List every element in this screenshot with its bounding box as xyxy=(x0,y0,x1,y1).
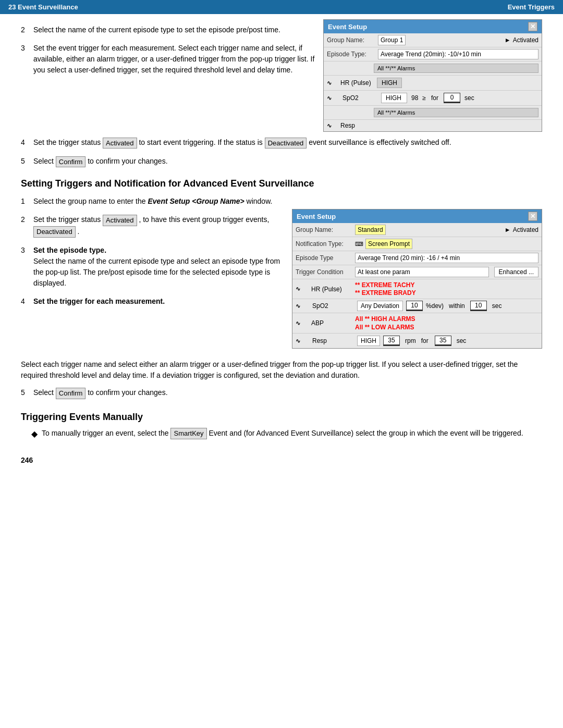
modal-b-episode-row: Episode Type Average Trend (20 min): -16… xyxy=(292,251,542,265)
modal-top-episode-value[interactable]: Average Trend (20min): -10/+10 min xyxy=(378,49,538,59)
step-4-deactivated-btn[interactable]: Deactivated xyxy=(265,138,307,149)
step-5-number: 5 xyxy=(21,156,33,167)
modal-b-resp-row: ∿ Resp HIGH 35 rpm for 35 sec xyxy=(292,334,542,348)
page-content: Event Setup ✕ Group Name: Group 1 ► Acti… xyxy=(0,14,563,480)
adv-step-2-number: 2 xyxy=(21,214,33,237)
bullet-text-2: Event xyxy=(209,429,227,437)
modal-b-deviation-sec-input[interactable]: 10 xyxy=(470,301,487,311)
modal-b-arrow-icon: ► xyxy=(505,226,511,233)
adv-step-1-text: Select the group name to enter the Event… xyxy=(33,196,542,207)
step-3-number: 3 xyxy=(21,43,33,76)
spo2-value: 98 xyxy=(411,94,418,102)
adv-step-3-text: Set the episode type. Select the name of… xyxy=(33,245,287,289)
modal-b-notification-row: Notification Type: ⌨ Screen Prompt xyxy=(292,237,542,251)
sub-heading-triggering: Triggering Events Manually xyxy=(21,412,542,423)
step-2-number: 2 xyxy=(21,24,33,35)
modal-b-notification-value[interactable]: Screen Prompt xyxy=(365,239,412,249)
adv-step-2-item: 2 Set the trigger status Activated , to … xyxy=(21,214,287,237)
spo2-unit: ≥ xyxy=(422,94,426,102)
adv-step-3-item: 3 Set the episode type. Select the name … xyxy=(21,245,287,289)
modal-b-abp-waveform-icon: ∿ xyxy=(296,320,307,327)
modal-top-spo2-high[interactable]: HIGH xyxy=(381,93,407,103)
step-4-text-before: Set the trigger status xyxy=(33,138,101,146)
modal-top-close-button[interactable]: ✕ xyxy=(528,22,537,31)
header-left: 23 Event Surveillance xyxy=(8,3,78,11)
adv-step-4-number: 4 xyxy=(21,296,33,307)
smartkey-btn[interactable]: SmartKey xyxy=(170,428,206,439)
spo2-for-label: for xyxy=(431,94,438,102)
modal-b-deviation-unit: %dev) xyxy=(426,302,444,310)
modal-top-spo2-input[interactable]: 0 xyxy=(444,93,460,103)
modal-top-resp-label: Resp xyxy=(340,122,355,129)
modal-b-enhanced-btn[interactable]: Enhanced ... xyxy=(494,267,538,277)
step-2-text: Select the name of the current episode t… xyxy=(33,24,318,35)
notification-icon: ⌨ xyxy=(355,241,363,248)
adv-step-5-end: to confirm your changes. xyxy=(88,388,167,397)
modal-top-spo2-label: SpO2 xyxy=(342,94,379,102)
modal-top-alarms-bar[interactable]: All **/** Alarms xyxy=(374,64,538,73)
modal-b-group-value[interactable]: Standard xyxy=(355,225,386,235)
modal-b-trigger-value[interactable]: At least one param xyxy=(355,267,489,277)
modal-top-group-value[interactable]: Group 1 xyxy=(378,35,406,45)
adv-step-4-item: 4 Set the trigger for each measurement. xyxy=(21,296,287,307)
bullet-diamond-icon: ◆ xyxy=(31,428,42,440)
modal-b-resp-value[interactable]: HIGH xyxy=(357,336,380,346)
top-section: Event Setup ✕ Group Name: Group 1 ► Acti… xyxy=(21,24,542,137)
bullet-list: ◆ To manually trigger an event, select t… xyxy=(31,428,542,440)
arrow-right-icon: ► xyxy=(505,36,511,44)
adv-step-5-item: 5 Select Confirm to confirm your changes… xyxy=(21,387,542,399)
modal-b-deviation-label[interactable]: Any Deviation xyxy=(357,301,403,311)
modal-b-episode-label: Episode Type xyxy=(296,254,353,262)
modal-b-resp-threshold-input[interactable]: 35 xyxy=(383,336,400,346)
modal-bottom-close-button[interactable]: ✕ xyxy=(528,212,537,221)
resp-waveform-icon: ∿ xyxy=(327,122,338,129)
modal-top-group-row: Group Name: Group 1 ► Activated xyxy=(324,33,542,47)
modal-top-activated-label[interactable]: Activated xyxy=(513,36,538,44)
modal-b-group-row: Group Name: Standard ► Activated xyxy=(292,223,542,237)
adv-step-4-continued: Select each trigger name and select eith… xyxy=(21,359,542,399)
spo2-waveform-icon: ∿ xyxy=(327,95,338,102)
bullet-item-1-text: To manually trigger an event, select the… xyxy=(42,428,523,440)
bullet-text-1: To manually trigger an event, select the xyxy=(42,429,169,437)
adv-step-5-text: Select Confirm to confirm your changes. xyxy=(33,387,542,399)
page-number: 246 xyxy=(21,456,542,464)
modal-b-deviation-sec-unit: sec xyxy=(492,302,502,310)
adv-step-2-deactivated-btn[interactable]: Deactivated xyxy=(33,226,76,238)
adv-step-5-number: 5 xyxy=(21,387,33,399)
modal-b-resp-for-label: for xyxy=(421,337,429,344)
adv-step-3-number: 3 xyxy=(21,245,33,289)
adv-step-1-number: 1 xyxy=(21,196,33,207)
step-3-content: Set the event trigger for each measureme… xyxy=(33,44,314,74)
step-4-activated-btn[interactable]: Activated xyxy=(103,138,137,149)
extreme-tachy-label[interactable]: ** EXTREME TACHY xyxy=(355,281,416,289)
step-5-text: Select Confirm to confirm your changes. xyxy=(33,156,542,167)
adv-step-5-confirm-btn[interactable]: Confirm xyxy=(56,388,86,399)
modal-b-episode-value[interactable]: Average Trend (20 min): -16 / +4 min xyxy=(355,253,538,263)
adv-step-4-intro: Set the trigger for each measurement. xyxy=(33,297,165,305)
modal-b-notification-label: Notification Type: xyxy=(296,240,353,248)
step-5-item: 5 Select Confirm to confirm your changes… xyxy=(21,156,542,167)
step-3-text: Set the event trigger for each measureme… xyxy=(33,43,318,76)
step-5-confirm-btn[interactable]: Confirm xyxy=(56,156,86,168)
abp-low-alarm-label[interactable]: All ** LOW ALARMS xyxy=(355,324,415,331)
adv-step-1-end: window. xyxy=(247,197,273,205)
adv-step-2-activated-btn[interactable]: Activated xyxy=(103,215,137,226)
modal-b-deviation-input[interactable]: 10 xyxy=(406,301,423,311)
modal-bottom-event-setup: Event Setup ✕ Group Name: Standard ► Act… xyxy=(292,209,542,349)
extreme-brady-label[interactable]: ** EXTREME BRADY xyxy=(355,289,416,297)
modal-b-resp-unit: rpm xyxy=(405,337,416,344)
modal-top-alarms2-bar[interactable]: All **/** Alarms xyxy=(374,108,538,117)
modal-bottom-title: Event Setup xyxy=(297,213,336,220)
modal-top-hr-high-box[interactable]: HIGH xyxy=(377,78,402,88)
modal-top-title-bar: Event Setup ✕ xyxy=(324,20,542,33)
abp-high-alarm-label[interactable]: All ** HIGH ALARMS xyxy=(355,315,415,323)
modal-b-spo2-waveform-icon: ∿ xyxy=(296,303,307,310)
adv-step-1-item: 1 Select the group name to enter the Eve… xyxy=(21,196,542,207)
modal-b-resp-sec-input[interactable]: 35 xyxy=(435,336,451,346)
modal-top-group-label: Group Name: xyxy=(327,36,374,44)
modal-b-tachy-brady-row: ∿ HR (Pulse) ** EXTREME TACHY ** EXTREME… xyxy=(292,279,542,299)
modal-b-abp-label: ABP xyxy=(311,319,353,327)
step-4-text-end: event surveillance is effectively switch… xyxy=(309,138,451,146)
adv-step-2-before: Set the trigger status xyxy=(33,215,101,224)
modal-b-activated-label[interactable]: Activated xyxy=(513,226,538,233)
